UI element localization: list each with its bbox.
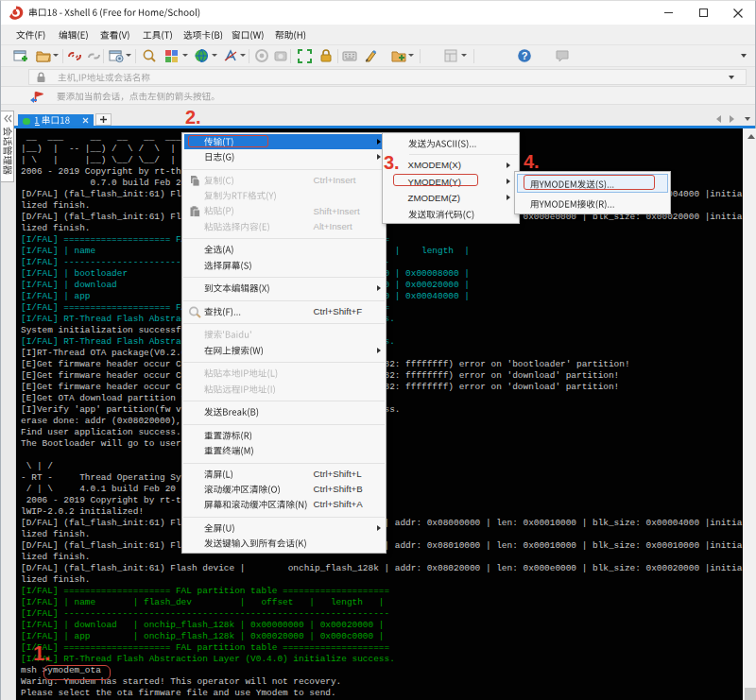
svg-text:?: ? — [522, 50, 528, 61]
